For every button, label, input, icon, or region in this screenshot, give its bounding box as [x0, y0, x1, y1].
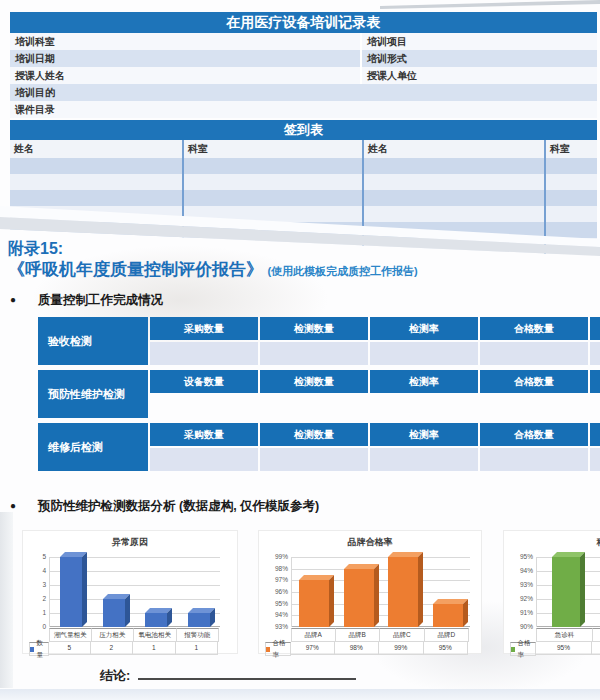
value-label: 98% — [335, 642, 380, 655]
value-label: 95% — [592, 642, 600, 655]
bar-side — [82, 552, 87, 627]
qc-empty-cell — [260, 395, 368, 418]
category-row: 品牌A品牌B品牌C品牌D — [265, 628, 481, 642]
qc-group: 验收检测采购数量检测数量检测率合格数量 — [38, 317, 600, 365]
chart-body: 99%98%97%96%95%94%93% — [259, 557, 481, 627]
bar-side — [418, 552, 423, 627]
qc-column-header: 合格数量 — [480, 370, 588, 393]
page-bottom-edge — [0, 689, 600, 700]
category-label: 报警功能 — [177, 628, 220, 642]
y-tick-label: 2 — [42, 595, 46, 603]
category-cells: 潮气量相关压力相关氧电池相关报警功能 — [49, 628, 219, 642]
qc-row-label: 预防性维护检测 — [38, 370, 148, 418]
bar — [433, 604, 463, 627]
bar-side — [210, 608, 215, 627]
chart-body: 95%94%93%92%91%90% — [504, 557, 600, 627]
qc-empty-cell — [590, 342, 600, 365]
y-axis: 99%98%97%96%95%94%93% — [265, 557, 291, 627]
gridline — [292, 569, 470, 570]
report-title-line: 《呼吸机年度质量控制评价报告》 (使用此模板完成质控工作报告) — [8, 258, 418, 281]
y-tick-label: 4 — [42, 567, 46, 575]
category-label: 品牌B — [336, 628, 381, 642]
legend-cell: 合格率 — [510, 642, 536, 656]
category-label: ICU — [593, 628, 600, 642]
chart-brand-pass-rate: 品牌合格率99%98%97%96%95%94%93%品牌A品牌B品牌C品牌D合格… — [258, 530, 482, 654]
bar-side — [374, 564, 379, 627]
qc-group: 预防性维护检测设备数量检测数量检测率合格数量 — [38, 370, 600, 418]
qc-column-header: 合格数量 — [480, 423, 588, 446]
qc-empty-cell — [150, 448, 258, 471]
legend-label: 合格率 — [517, 637, 535, 661]
y-tick-label: 3 — [42, 581, 46, 589]
qc-empty-cell — [150, 395, 258, 418]
qc-empty-cell — [480, 395, 588, 418]
y-tick-label: 96% — [275, 588, 288, 596]
y-axis: 95%94%93%92%91%90% — [510, 557, 536, 627]
section-quality-control-completion: ●质量控制工作完成情况 — [10, 292, 163, 309]
qc-column-header: 检测率 — [370, 370, 478, 393]
conclusion-blank-line — [138, 666, 356, 680]
value-cells: 97%98%99%95% — [291, 642, 469, 656]
legend-label: 数量 — [36, 637, 48, 661]
conclusion-row: 结论: — [100, 666, 356, 685]
qc-empty-cell — [260, 342, 368, 365]
bar-side — [167, 608, 172, 627]
qc-column-header: 检测率 — [370, 317, 478, 340]
bar — [188, 613, 210, 627]
legend-row: 数量5211 — [29, 642, 237, 656]
bar-side — [125, 594, 130, 627]
bullet-icon: ● — [10, 500, 38, 511]
qc-empty-cell — [370, 448, 478, 471]
chart-data-table: 潮气量相关压力相关氧电池相关报警功能数量5211 — [23, 628, 237, 656]
qc-column-header: 采购数量 — [150, 317, 258, 340]
value-label: 95% — [424, 642, 469, 655]
y-axis: 543210 — [29, 557, 49, 627]
plot-area — [536, 557, 600, 627]
qc-group: 维修后检测采购数量检测数量检测率合格数量 — [38, 423, 600, 471]
qc-empty-cell — [480, 342, 588, 365]
bar-front — [145, 613, 167, 627]
y-tick-label: 95% — [275, 600, 288, 608]
qc-empty-cell — [590, 448, 600, 471]
legend-cell: 合格率 — [265, 642, 291, 656]
y-tick-label: 5 — [42, 553, 46, 561]
legend-row: 合格率97%98%99%95% — [265, 642, 481, 656]
bar-front — [60, 557, 82, 627]
appendix-report-page: 附录15: 《呼吸机年度质量控制评价报告》 (使用此模板完成质控工作报告) ●质… — [0, 0, 600, 700]
bar — [60, 557, 82, 627]
appendix-number-label: 附录15: — [8, 239, 63, 260]
value-label: 99% — [379, 642, 424, 655]
category-cells: 急诊科ICU — [536, 628, 600, 642]
qc-row-label: 验收检测 — [38, 317, 148, 365]
qc-column-header: 设备数量 — [150, 370, 258, 393]
bar-front — [344, 569, 374, 627]
y-tick-label: 99% — [275, 553, 288, 561]
value-label: 5 — [49, 642, 91, 655]
bar-front — [103, 599, 125, 627]
chart-title: 异常原因 — [23, 536, 237, 549]
y-tick-label: 98% — [275, 565, 288, 573]
value-label: 1 — [133, 642, 176, 655]
value-label: 95% — [536, 642, 592, 655]
qc-column-header: 检测数量 — [260, 370, 368, 393]
legend-row: 合格率95%95% — [510, 642, 600, 656]
y-tick-label: 0 — [42, 623, 46, 631]
bar-front — [552, 557, 580, 627]
bar — [552, 557, 580, 627]
y-tick-label: 93% — [275, 623, 288, 631]
quality-control-table: 验收检测采购数量检测数量检测率合格数量预防性维护检测设备数量检测数量检测率合格数… — [38, 317, 600, 476]
qc-column-header-clipped — [590, 423, 600, 446]
qc-row-label: 维修后检测 — [38, 423, 148, 471]
y-tick-label: 90% — [520, 623, 533, 631]
qc-column-header: 采购数量 — [150, 423, 258, 446]
bullet-icon: ● — [10, 294, 38, 305]
chart-title: 科室合格率 — [504, 536, 600, 549]
plot-area — [291, 557, 470, 627]
section-pm-data-analysis: ●预防性维护检测数据分析 (数据虚构, 仅作模版参考) — [10, 498, 319, 515]
bar-front — [299, 580, 329, 627]
bar — [103, 599, 125, 627]
chart-title: 品牌合格率 — [259, 536, 481, 549]
chart-data-table: 急诊科ICU合格率95%95% — [504, 628, 600, 656]
qc-empty-cell — [370, 395, 478, 418]
qc-empty-cell — [150, 342, 258, 365]
